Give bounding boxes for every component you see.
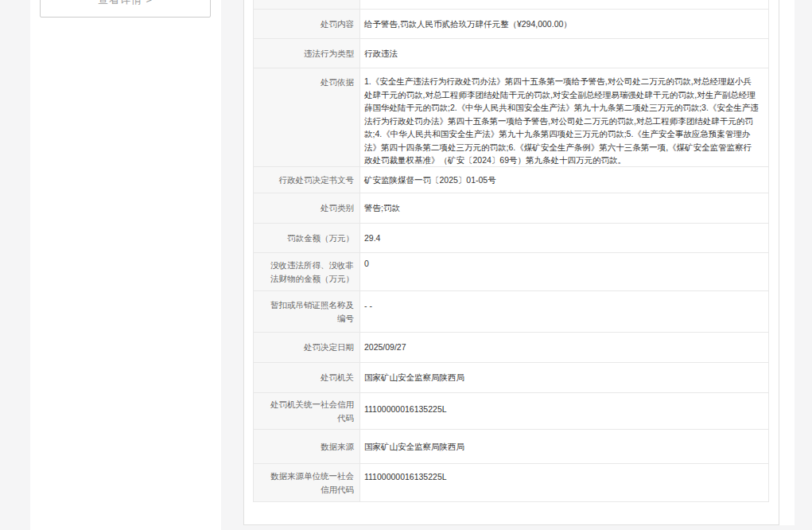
table-row: 没收违法所得、没收非法财物的金额（万元）0 (254, 253, 768, 291)
row-label: 处罚决定日期 (254, 333, 360, 362)
sidebar-promo-link[interactable]: 查看详情 > (98, 0, 153, 7)
row-label: 暂扣或吊销证照名称及编号 (254, 291, 360, 332)
row-label (254, 0, 360, 9)
row-label: 处罚机关统一社会信用代码 (254, 393, 360, 429)
table-row: 数据来源单位统一社会信用代码11100000016135225L (254, 464, 768, 502)
row-value: 国家矿山安全监察局陕西局 (360, 363, 768, 392)
row-value: 2025/09/27 (360, 333, 768, 362)
row-value: 国家矿山安全监察局陕西局 (360, 430, 768, 463)
row-value: 0 (360, 253, 768, 290)
row-label: 数据来源单位统一社会信用代码 (254, 464, 360, 501)
penalty-detail-table: 处罚内容给予警告,罚款人民币贰拾玖万肆仟元整（¥294,000.00）违法行为类… (253, 0, 769, 502)
table-row: 罚款金额（万元）29.4 (254, 224, 768, 253)
table-row: 处罚内容给予警告,罚款人民币贰拾玖万肆仟元整（¥294,000.00） (254, 10, 768, 39)
row-label: 处罚内容 (254, 10, 360, 38)
row-value: - - (360, 291, 768, 332)
row-label: 处罚机关 (254, 363, 360, 392)
row-value: 29.4 (360, 224, 768, 252)
row-value: 11100000016135225L (360, 464, 768, 501)
row-label: 违法行为类型 (254, 39, 360, 68)
row-label: 罚款金额（万元） (254, 224, 360, 252)
table-row: 处罚类别警告;罚款 (254, 193, 768, 224)
table-row: 处罚机关国家矿山安全监察局陕西局 (254, 363, 768, 393)
sidebar-promo-box[interactable]: 查看详情 > (40, 0, 211, 18)
row-value: 矿安监陕煤督一罚〔2025〕01-05号 (360, 167, 768, 193)
row-value: 11100000016135225L (360, 393, 768, 429)
penalty-detail-card: 处罚内容给予警告,罚款人民币贰拾玖万肆仟元整（¥294,000.00）违法行为类… (243, 0, 779, 525)
table-row: 违法行为类型行政违法 (254, 39, 768, 68)
row-value (360, 0, 768, 9)
table-row: 数据来源国家矿山安全监察局陕西局 (254, 430, 768, 464)
right-page-strip (779, 0, 795, 525)
table-row: 处罚决定日期2025/09/27 (254, 333, 768, 363)
row-label: 处罚类别 (254, 193, 360, 223)
row-label: 没收违法所得、没收非法财物的金额（万元） (254, 253, 360, 290)
row-value: 1.《安全生产违法行为行政处罚办法》第四十五条第一项给予警告,对公司处二万元的罚… (360, 68, 768, 166)
table-row: 行政处罚决定书文号矿安监陕煤督一罚〔2025〕01-05号 (254, 167, 768, 193)
table-row: 处罚依据1.《安全生产违法行为行政处罚办法》第四十五条第一项给予警告,对公司处二… (254, 68, 768, 167)
table-row: 处罚机关统一社会信用代码11100000016135225L (254, 393, 768, 430)
table-row: 暂扣或吊销证照名称及编号- - (254, 291, 768, 333)
row-value: 行政违法 (360, 39, 768, 68)
row-value: 给予警告,罚款人民币贰拾玖万肆仟元整（¥294,000.00） (360, 10, 768, 38)
row-label: 数据来源 (254, 430, 360, 463)
row-label: 处罚依据 (254, 68, 360, 166)
table-row (254, 0, 768, 10)
row-value: 警告;罚款 (360, 193, 768, 223)
row-label: 行政处罚决定书文号 (254, 167, 360, 193)
left-sidebar-panel: 查看详情 > (30, 0, 221, 530)
